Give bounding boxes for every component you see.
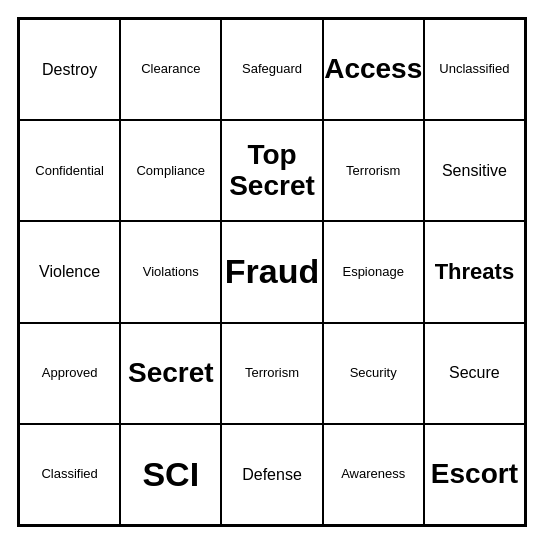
bingo-cell: Classified [19, 424, 120, 525]
bingo-cell: SCI [120, 424, 221, 525]
bingo-cell: Unclassified [424, 19, 525, 120]
bingo-cell: Escort [424, 424, 525, 525]
cell-text: Awareness [341, 467, 405, 481]
bingo-board: DestroyClearanceSafeguardAccessUnclassif… [17, 17, 527, 527]
cell-text: Safeguard [242, 62, 302, 76]
bingo-cell: Security [323, 323, 424, 424]
bingo-cell: Compliance [120, 120, 221, 221]
cell-text: Access [324, 54, 422, 85]
cell-text: Fraud [225, 253, 319, 290]
cell-text: Clearance [141, 62, 200, 76]
bingo-cell: Terrorism [323, 120, 424, 221]
cell-text: Terrorism [346, 164, 400, 178]
cell-text: Secret [128, 358, 214, 389]
bingo-cell: Clearance [120, 19, 221, 120]
bingo-cell: Access [323, 19, 424, 120]
bingo-cell: Top Secret [221, 120, 322, 221]
bingo-cell: Safeguard [221, 19, 322, 120]
bingo-cell: Secret [120, 323, 221, 424]
cell-text: Escort [431, 459, 518, 490]
cell-text: Terrorism [245, 366, 299, 380]
cell-text: Unclassified [439, 62, 509, 76]
cell-text: Violence [39, 263, 100, 281]
cell-text: Threats [435, 260, 514, 284]
cell-text: Top Secret [226, 140, 317, 202]
cell-text: Defense [242, 466, 302, 484]
cell-text: Confidential [35, 164, 104, 178]
bingo-cell: Threats [424, 221, 525, 322]
bingo-cell: Violence [19, 221, 120, 322]
bingo-cell: Espionage [323, 221, 424, 322]
bingo-cell: Confidential [19, 120, 120, 221]
cell-text: Security [350, 366, 397, 380]
bingo-cell: Sensitive [424, 120, 525, 221]
bingo-cell: Defense [221, 424, 322, 525]
cell-text: Destroy [42, 61, 97, 79]
cell-text: SCI [142, 456, 199, 493]
cell-text: Compliance [136, 164, 205, 178]
bingo-cell: Approved [19, 323, 120, 424]
cell-text: Approved [42, 366, 98, 380]
cell-text: Secure [449, 364, 500, 382]
cell-text: Classified [41, 467, 97, 481]
bingo-cell: Fraud [221, 221, 322, 322]
cell-text: Violations [143, 265, 199, 279]
bingo-cell: Terrorism [221, 323, 322, 424]
cell-text: Sensitive [442, 162, 507, 180]
bingo-cell: Secure [424, 323, 525, 424]
bingo-cell: Awareness [323, 424, 424, 525]
bingo-cell: Violations [120, 221, 221, 322]
bingo-cell: Destroy [19, 19, 120, 120]
cell-text: Espionage [342, 265, 403, 279]
